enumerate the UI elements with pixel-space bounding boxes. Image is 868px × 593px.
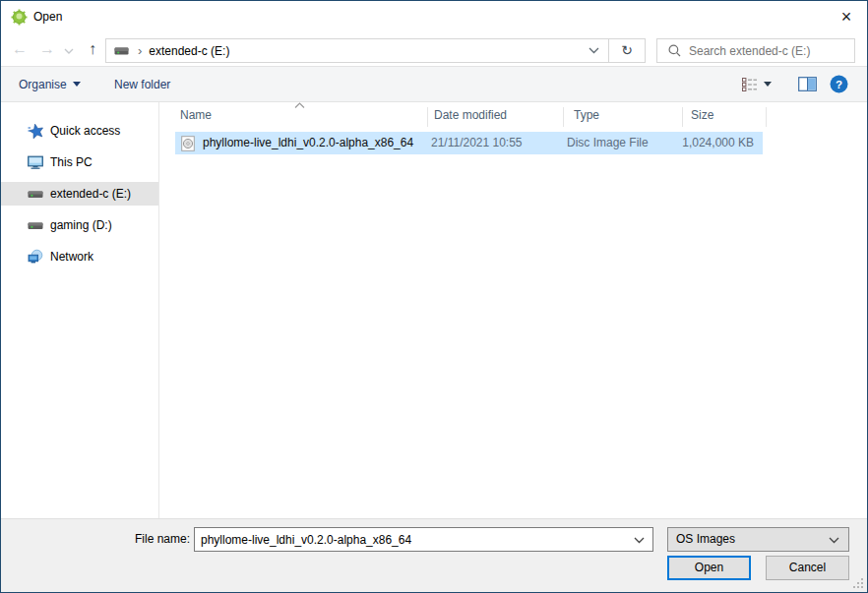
window-title: Open [33,1,62,32]
details-view-icon [741,77,758,91]
cancel-button[interactable]: Cancel [766,556,849,580]
sidebar-item-quick-access[interactable]: Quick access [1,119,158,143]
organise-label: Organise [19,78,67,91]
file-name-cell: phyllome-live_ldhi_v0.2.0-alpha_x86_64 [203,132,413,154]
file-type-chevron-icon [829,537,839,544]
history-chevron-icon[interactable] [62,48,76,54]
up-icon[interactable]: ↑ [82,34,103,66]
sidebar-item-label: gaming (D:) [50,218,112,232]
column-header-type[interactable]: Type [574,108,599,122]
search-input[interactable] [689,40,854,61]
app-gear-icon [11,9,28,26]
address-bar[interactable]: › extended-c (E:) [105,38,609,63]
file-list: Name Date modified Type Size phyllome-li… [159,102,866,520]
navigation-sidebar: Quick access This PC extended-c (E:) [1,102,159,520]
breadcrumb-drive[interactable]: extended-c (E:) [149,44,229,58]
file-type-value: OS Images [676,532,735,546]
help-icon: ? [830,75,848,93]
file-name-chevron-icon[interactable] [634,537,645,544]
sidebar-item-label: This PC [50,155,93,169]
sidebar-item-label: Quick access [50,124,120,138]
search-box[interactable] [656,38,855,63]
preview-pane-icon [798,77,817,91]
disc-image-file-icon [181,136,195,151]
address-dropdown-chevron-icon[interactable] [589,47,599,54]
back-icon[interactable]: ← [9,34,31,66]
file-name-input[interactable] [195,528,633,551]
help-button[interactable]: ? [830,67,848,101]
this-pc-monitor-icon [28,154,43,170]
column-divider[interactable] [563,107,564,127]
column-header-size[interactable]: Size [691,108,713,122]
views-caret-icon [764,82,772,87]
file-row-selected[interactable]: phyllome-live_ldhi_v0.2.0-alpha_x86_64 2… [175,132,763,154]
network-icon [28,249,43,265]
open-dialog-window: Open × ← → ↑ › extended-c (E:) ↻ [0,0,868,593]
refresh-icon[interactable]: ↻ [608,38,646,63]
resize-grip[interactable] [853,578,864,589]
sidebar-item-gaming-d[interactable]: gaming (D:) [1,213,158,237]
sidebar-item-this-pc[interactable]: This PC [1,150,158,174]
sort-ascending-icon [294,102,305,109]
column-header-date-modified[interactable]: Date modified [434,108,507,122]
column-header-row: Name Date modified Type Size [159,102,866,131]
column-divider[interactable] [766,107,767,127]
preview-pane-button[interactable] [798,67,817,101]
file-name-label: File name: [95,530,190,549]
file-type-select[interactable]: OS Images [667,527,849,552]
new-folder-label: New folder [114,78,170,91]
drive-icon [28,186,43,202]
organise-button[interactable]: Organise [19,67,81,101]
file-date-cell: 21/11/2021 10:55 [431,132,523,154]
search-icon [668,44,681,57]
sidebar-item-network[interactable]: Network [1,245,158,268]
organise-caret-icon [73,82,81,87]
sidebar-item-extended-c[interactable]: extended-c (E:) [1,182,158,206]
navigation-bar: ← → ↑ › extended-c (E:) ↻ [1,34,867,66]
file-size-cell: 1,024,000 KB [628,132,754,154]
breadcrumb-separator: › [138,39,142,62]
quick-access-star-icon [28,123,43,139]
forward-icon[interactable]: → [36,34,58,66]
sidebar-item-label: Network [50,250,93,264]
column-divider[interactable] [427,107,428,127]
sidebar-item-label: extended-c (E:) [50,187,131,201]
title-bar: Open × [1,1,867,34]
svg-text:?: ? [836,79,842,90]
command-toolbar: Organise New folder [1,66,867,102]
column-header-name[interactable]: Name [180,108,212,122]
drive-icon [114,45,129,56]
new-folder-button[interactable]: New folder [114,67,170,101]
views-button[interactable] [741,67,772,101]
file-name-combobox[interactable] [194,527,653,552]
open-button[interactable]: Open [667,556,751,580]
drive-icon [28,217,43,233]
close-icon[interactable]: × [832,3,861,30]
dialog-footer: File name: OS Images Open Cancel [1,518,867,592]
column-divider[interactable] [682,107,683,127]
